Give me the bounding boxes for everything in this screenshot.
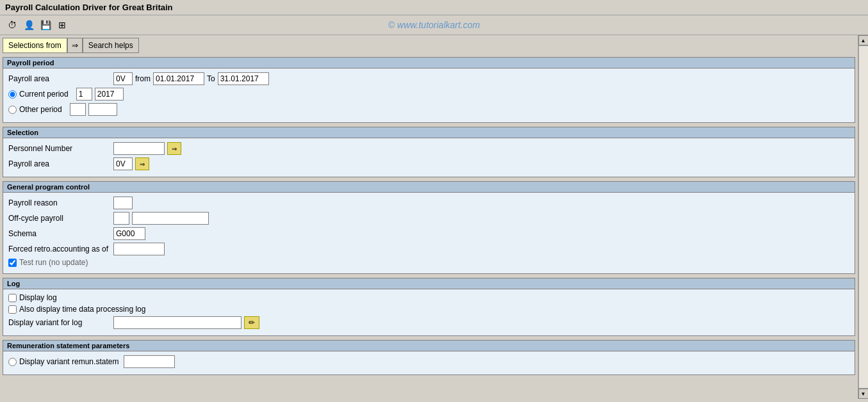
arrow-divider-icon: ⇒ (67, 38, 83, 53)
other-period-year-input[interactable] (88, 103, 117, 116)
display-variant-input[interactable] (113, 316, 242, 329)
current-period-radio[interactable] (8, 90, 17, 99)
to-label: To (207, 74, 215, 83)
scrollbar: ▲ ▼ (858, 35, 868, 399)
log-section: Log Display log Also display time data p… (3, 278, 855, 336)
selection-payroll-area-input[interactable] (113, 157, 133, 170)
payroll-period-section: Payroll period Payroll area from To Curr… (3, 57, 855, 123)
payroll-period-header: Payroll period (3, 58, 855, 68)
display-log-label: Display log (19, 293, 57, 302)
forced-retro-label: Forced retro.accounting as of (8, 245, 111, 253)
clock-icon[interactable]: ⏱ (5, 18, 19, 32)
display-variant-remun-radio[interactable] (8, 358, 17, 366)
test-run-label: Test run (no update) (19, 258, 88, 267)
display-variant-remun-input[interactable] (124, 355, 175, 368)
selection-payroll-area-label: Payroll area (8, 159, 111, 168)
off-cycle-payroll-label: Off-cycle payroll (8, 214, 111, 223)
payroll-reason-label: Payroll reason (8, 198, 111, 207)
personnel-number-input[interactable] (113, 142, 165, 155)
test-run-checkbox[interactable] (8, 259, 17, 267)
search-helps-label: Search helps (88, 41, 133, 50)
other-period-label: Other period (19, 105, 62, 114)
schema-label: Schema (8, 229, 111, 238)
from-label: from (135, 74, 151, 83)
payroll-area-input[interactable] (113, 72, 133, 85)
watermark: © www.tutorialkart.com (388, 20, 480, 30)
payroll-area-select-btn[interactable]: ⇒ (135, 157, 149, 170)
personnel-number-select-btn[interactable]: ⇒ (167, 142, 181, 155)
also-display-checkbox[interactable] (8, 305, 17, 314)
display-log-checkbox[interactable] (8, 294, 17, 302)
remuneration-header: Remuneration statement parameters (3, 341, 855, 351)
schema-input[interactable] (113, 227, 145, 240)
layout-icon[interactable]: ⊞ (55, 18, 69, 32)
current-period-label: Current period (19, 90, 69, 99)
also-display-label: Also display time data processing log (19, 305, 145, 314)
current-period-num-input[interactable] (76, 88, 92, 100)
save-icon[interactable]: 💾 (38, 18, 53, 32)
remuneration-section: Remuneration statement parameters Displa… (3, 340, 855, 375)
selections-from-button[interactable]: Selections from (3, 38, 67, 53)
selections-from-label: Selections from (8, 41, 61, 50)
from-date-input[interactable] (153, 72, 204, 85)
general-program-control-section: General program control Payroll reason O… (3, 181, 855, 274)
title-bar: Payroll Calculation Driver for Great Bri… (0, 0, 868, 15)
toolbar: ⏱ 👤 💾 ⊞ © www.tutorialkart.com (0, 15, 868, 35)
current-period-year-input[interactable] (95, 88, 124, 100)
forced-retro-input[interactable] (113, 243, 165, 255)
off-cycle-input1[interactable] (113, 212, 129, 225)
payroll-area-label: Payroll area (8, 74, 111, 83)
general-program-control-header: General program control (3, 182, 855, 193)
log-header: Log (3, 278, 855, 289)
search-helps-button[interactable]: Search helps (83, 38, 139, 53)
to-date-input[interactable] (218, 72, 269, 85)
scroll-down-button[interactable]: ▼ (858, 389, 869, 399)
payroll-reason-input[interactable] (113, 197, 133, 209)
personnel-number-label: Personnel Number (8, 144, 111, 153)
display-variant-pencil-btn[interactable]: ✏ (244, 316, 259, 329)
other-period-num-input[interactable] (70, 103, 86, 116)
display-variant-remun-label: Display variant remun.statem (19, 357, 119, 366)
selection-header: Selection (3, 127, 855, 138)
display-variant-label: Display variant for log (8, 318, 111, 327)
other-period-radio[interactable] (8, 106, 17, 114)
scroll-track[interactable] (858, 45, 869, 389)
person-icon[interactable]: 👤 (22, 18, 36, 32)
scroll-up-button[interactable]: ▲ (858, 35, 869, 45)
title-text: Payroll Calculation Driver for Great Bri… (5, 3, 173, 12)
off-cycle-input2[interactable] (132, 212, 209, 225)
selection-section: Selection Personnel Number ⇒ Payroll are… (3, 127, 855, 177)
